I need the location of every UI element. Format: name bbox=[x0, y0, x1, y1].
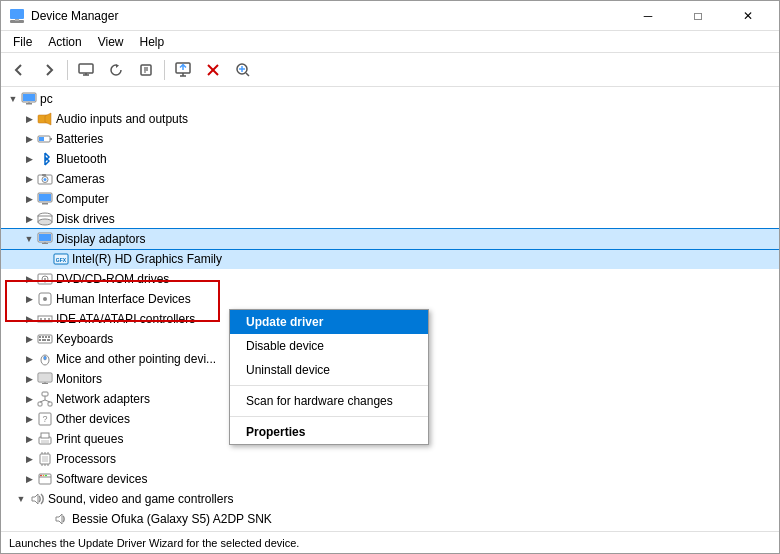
svg-rect-67 bbox=[38, 402, 42, 406]
context-menu-uninstall[interactable]: Uninstall device bbox=[230, 358, 428, 382]
expander-audio[interactable]: ▶ bbox=[21, 111, 37, 127]
tree-item-processors[interactable]: ▶ Processors bbox=[1, 449, 779, 469]
title-bar-left: Device Manager bbox=[9, 8, 118, 24]
svg-point-61 bbox=[44, 356, 47, 360]
maximize-button[interactable]: □ bbox=[675, 1, 721, 31]
svg-rect-63 bbox=[39, 374, 51, 381]
svg-rect-30 bbox=[39, 194, 51, 201]
expander-ide[interactable]: ▶ bbox=[21, 311, 37, 327]
tree-root-pc[interactable]: ▼ pc bbox=[1, 89, 779, 109]
tree-label-pc: pc bbox=[40, 92, 53, 106]
tree-label-hid: Human Interface Devices bbox=[56, 292, 191, 306]
context-menu-properties[interactable]: Properties bbox=[230, 420, 428, 444]
expander-disk[interactable]: ▶ bbox=[21, 211, 37, 227]
expander-cameras[interactable]: ▶ bbox=[21, 171, 37, 187]
svg-rect-55 bbox=[48, 336, 50, 338]
svg-rect-53 bbox=[42, 336, 44, 338]
context-menu-disable[interactable]: Disable device bbox=[230, 334, 428, 358]
expander-pc[interactable]: ▼ bbox=[5, 91, 21, 107]
tree-item-cameras[interactable]: ▶ Cameras bbox=[1, 169, 779, 189]
menu-view[interactable]: View bbox=[90, 33, 132, 51]
tree-label-network: Network adapters bbox=[56, 392, 150, 406]
expander-computer[interactable]: ▶ bbox=[21, 191, 37, 207]
expander-bluetooth[interactable]: ▶ bbox=[21, 151, 37, 167]
tree-item-intel[interactable]: GFX Intel(R) HD Graphics Family bbox=[1, 249, 779, 269]
other-icon: ? bbox=[37, 411, 53, 427]
ide-icon bbox=[37, 311, 53, 327]
expander-batteries[interactable]: ▶ bbox=[21, 131, 37, 147]
cameras-icon bbox=[37, 171, 53, 187]
minimize-button[interactable]: ─ bbox=[625, 1, 671, 31]
svg-point-48 bbox=[40, 318, 42, 320]
svg-rect-37 bbox=[42, 243, 48, 244]
bluetooth-icon bbox=[37, 151, 53, 167]
tree-label-software: Software devices bbox=[56, 472, 147, 486]
context-menu-scan[interactable]: Scan for hardware changes bbox=[230, 389, 428, 413]
expander-software[interactable]: ▶ bbox=[21, 471, 37, 487]
sound-device-icon bbox=[53, 511, 69, 527]
tree-item-audio[interactable]: ▶ Audio inputs and outputs bbox=[1, 109, 779, 129]
menu-help[interactable]: Help bbox=[132, 33, 173, 51]
print-icon bbox=[37, 431, 53, 447]
tree-label-computer: Computer bbox=[56, 192, 109, 206]
monitors-icon bbox=[37, 371, 53, 387]
expander-other[interactable]: ▶ bbox=[21, 411, 37, 427]
toolbar-remove[interactable] bbox=[199, 56, 227, 84]
tree-item-bessie1[interactable]: Bessie Ofuka (Galaxy S5) A2DP SNK bbox=[1, 509, 779, 529]
display-icon bbox=[37, 231, 53, 247]
computer-node-icon bbox=[37, 191, 53, 207]
tree-item-dvd[interactable]: ▶ DVD/CD-ROM drives bbox=[1, 269, 779, 289]
menu-file[interactable]: File bbox=[5, 33, 40, 51]
tree-area[interactable]: ▼ pc ▶ bbox=[1, 87, 779, 531]
tree-label-disk: Disk drives bbox=[56, 212, 115, 226]
expander-dvd[interactable]: ▶ bbox=[21, 271, 37, 287]
title-bar-controls: ─ □ ✕ bbox=[625, 1, 771, 31]
tree-item-bluetooth[interactable]: ▶ Bluetooth bbox=[1, 149, 779, 169]
expander-sound[interactable]: ▼ bbox=[13, 491, 29, 507]
svg-rect-36 bbox=[39, 234, 51, 241]
tree-item-software[interactable]: ▶ Software devices bbox=[1, 469, 779, 489]
tree-item-hid[interactable]: ▶ Human Interface Devices bbox=[1, 289, 779, 309]
tree-label-keyboards: Keyboards bbox=[56, 332, 113, 346]
svg-rect-24 bbox=[39, 137, 44, 141]
expander-mice[interactable]: ▶ bbox=[21, 351, 37, 367]
context-menu-sep-2 bbox=[230, 416, 428, 417]
close-button[interactable]: ✕ bbox=[725, 1, 771, 31]
menu-action[interactable]: Action bbox=[40, 33, 89, 51]
sound-icon bbox=[29, 491, 45, 507]
svg-text:?: ? bbox=[42, 414, 47, 424]
toolbar-forward[interactable] bbox=[35, 56, 63, 84]
tree-item-batteries[interactable]: ▶ Batteries bbox=[1, 129, 779, 149]
svg-rect-23 bbox=[50, 138, 52, 140]
svg-rect-2 bbox=[15, 19, 19, 21]
tree-label-audio: Audio inputs and outputs bbox=[56, 112, 188, 126]
expander-hid[interactable]: ▶ bbox=[21, 291, 37, 307]
svg-point-87 bbox=[40, 475, 42, 477]
tree-item-display[interactable]: ▼ Display adaptors bbox=[1, 229, 779, 249]
audio-icon bbox=[37, 111, 53, 127]
toolbar bbox=[1, 53, 779, 87]
expander-network[interactable]: ▶ bbox=[21, 391, 37, 407]
toolbar-update-driver[interactable] bbox=[169, 56, 197, 84]
tree-item-bessie2[interactable]: Bessie Ofuka (Galaxy S5) Hands-Free HF A… bbox=[1, 529, 779, 531]
tree-item-sound[interactable]: ▼ Sound, video and game controllers bbox=[1, 489, 779, 509]
svg-point-50 bbox=[48, 318, 50, 320]
svg-rect-17 bbox=[23, 94, 35, 101]
expander-print[interactable]: ▶ bbox=[21, 431, 37, 447]
expander-processors[interactable]: ▶ bbox=[21, 451, 37, 467]
software-icon bbox=[37, 471, 53, 487]
tree-item-disk[interactable]: ▶ Disk drives bbox=[1, 209, 779, 229]
toolbar-refresh[interactable] bbox=[102, 56, 130, 84]
toolbar-back[interactable] bbox=[5, 56, 33, 84]
tree-item-computer[interactable]: ▶ Computer bbox=[1, 189, 779, 209]
expander-keyboards[interactable]: ▶ bbox=[21, 331, 37, 347]
expander-display[interactable]: ▼ bbox=[21, 231, 37, 247]
context-menu-update[interactable]: Update driver bbox=[230, 310, 428, 334]
svg-rect-52 bbox=[39, 336, 41, 338]
svg-rect-57 bbox=[42, 339, 46, 341]
expander-monitors[interactable]: ▶ bbox=[21, 371, 37, 387]
toolbar-scan[interactable] bbox=[229, 56, 257, 84]
toolbar-properties[interactable] bbox=[132, 56, 160, 84]
toolbar-computer[interactable] bbox=[72, 56, 100, 84]
keyboard-icon bbox=[37, 331, 53, 347]
